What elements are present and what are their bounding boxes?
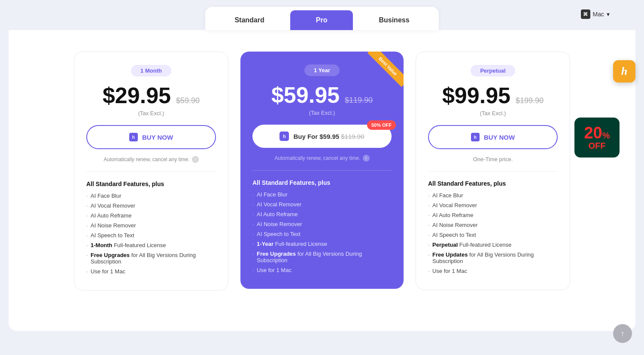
standard-buy-icon: h bbox=[129, 133, 138, 141]
honeycam-icon: h bbox=[621, 65, 627, 78]
business-feature-ai-speech: AI Speech to Text bbox=[428, 232, 558, 238]
standard-tax-note: (Tax Excl.) bbox=[86, 110, 216, 116]
main-content: 1 Month $29.95 $59.90 (Tax Excl.) h BUY … bbox=[9, 30, 635, 331]
discount-percent: 20 % bbox=[582, 125, 612, 141]
pro-feature-upgrades: Free Upgrades for All Big Versions Durin… bbox=[252, 251, 392, 263]
business-divider bbox=[428, 171, 558, 171]
discount-off: OFF bbox=[582, 141, 612, 151]
tab-business[interactable]: Business bbox=[353, 10, 435, 30]
honeycam-button[interactable]: h bbox=[613, 60, 635, 83]
standard-divider bbox=[86, 171, 216, 172]
standard-feature-upgrades: Free Upgrades for All Big Versions Durin… bbox=[86, 252, 216, 265]
standard-feature-ai-noise-remover: AI Noise Remover bbox=[86, 222, 216, 229]
standard-feature-mac: Use for 1 Mac bbox=[86, 268, 216, 275]
tab-bar: Standard Pro Business bbox=[205, 7, 438, 30]
pro-tax-note: (Tax Excl.) bbox=[252, 110, 392, 116]
pro-feature-ai-face-blur: AI Face Blur bbox=[252, 191, 392, 198]
business-one-time-note: One-Time price. bbox=[428, 156, 558, 162]
mac-label: Mac bbox=[593, 11, 604, 18]
mac-selector[interactable]: ⌘ Mac ▾ bbox=[581, 9, 610, 19]
business-feature-ai-auto-reframe: AI Auto Reframe bbox=[428, 212, 558, 218]
pro-info-icon[interactable]: i bbox=[363, 155, 370, 162]
business-discount-popup: 20 % OFF bbox=[574, 118, 620, 158]
business-tax-note: (Tax Excl.) bbox=[428, 110, 558, 116]
pro-feature-ai-auto-reframe: AI Auto Reframe bbox=[252, 211, 392, 217]
scroll-top-icon: ↑ bbox=[621, 329, 625, 338]
pro-feature-ai-noise-remover: AI Noise Remover bbox=[252, 221, 392, 227]
business-feature-upgrades: Free Updates for All Big Versions During… bbox=[428, 251, 558, 264]
tab-pro[interactable]: Pro bbox=[290, 10, 353, 30]
standard-info-icon[interactable]: i bbox=[192, 156, 199, 163]
pro-features-title: All Standard Features, plus bbox=[252, 179, 392, 186]
standard-feature-ai-auto-reframe: AI Auto Reframe bbox=[86, 212, 216, 219]
pro-feature-ai-vocal-remover: AI Vocal Remover bbox=[252, 201, 392, 208]
business-feature-ai-noise-remover: AI Noise Remover bbox=[428, 222, 558, 228]
pro-feature-license: 1-Year Full-featured License bbox=[252, 241, 392, 247]
pro-buy-label: Buy For $59.95 $119.90 bbox=[293, 133, 364, 140]
business-buy-button[interactable]: h BUY NOW bbox=[428, 125, 558, 149]
standard-card: 1 Month $29.95 $59.90 (Tax Excl.) h BUY … bbox=[74, 52, 228, 291]
business-buy-icon: h bbox=[471, 133, 480, 141]
best-value-ribbon bbox=[365, 52, 404, 90]
standard-features-title: All Standard Features, plus bbox=[86, 181, 216, 187]
standard-feature-ai-speech: AI Speech to Text bbox=[86, 232, 216, 239]
standard-feature-license: 1-Month Full-featured License bbox=[86, 242, 216, 248]
pro-auto-renew: Automatically renew, cancel any time. i bbox=[252, 155, 392, 162]
pro-price: $59.95 bbox=[271, 82, 340, 108]
top-nav: Standard Pro Business ⌘ Mac ▾ bbox=[0, 0, 644, 30]
business-card: Perpetual $99.95 $199.90 (Tax Excl.) h B… bbox=[416, 52, 570, 290]
business-feature-ai-vocal-remover: AI Vocal Remover bbox=[428, 202, 558, 208]
pro-buy-icon: h bbox=[279, 132, 289, 141]
business-feature-license: Perpetual Full-featured License bbox=[428, 242, 558, 248]
business-period-badge: Perpetual bbox=[471, 65, 515, 77]
pro-feature-mac: Use for 1 Mac bbox=[252, 267, 392, 273]
scroll-top-button[interactable]: ↑ bbox=[613, 324, 632, 343]
pro-buy-original: $119.90 bbox=[341, 133, 364, 140]
business-buy-label: BUY NOW bbox=[484, 134, 515, 141]
business-feature-mac: Use for 1 Mac bbox=[428, 268, 558, 274]
standard-buy-label: BUY NOW bbox=[142, 134, 173, 141]
standard-period-badge: 1 Month bbox=[131, 65, 171, 77]
standard-feature-ai-vocal-remover: AI Vocal Remover bbox=[86, 202, 216, 209]
business-feature-ai-face-blur: AI Face Blur bbox=[428, 192, 558, 199]
business-features-title: All Standard Features, plus bbox=[428, 180, 558, 187]
pro-period-badge: 1 Year bbox=[304, 64, 340, 76]
business-price: $99.95 bbox=[442, 83, 510, 108]
pricing-container: 1 Month $29.95 $59.90 (Tax Excl.) h BUY … bbox=[34, 47, 610, 291]
standard-price: $29.95 bbox=[103, 83, 171, 108]
standard-feature-ai-face-blur: AI Face Blur bbox=[86, 193, 216, 199]
pro-card: 1 Year $59.95 $119.90 (Tax Excl.) h Buy … bbox=[240, 52, 404, 289]
standard-auto-renew: Automatically renew, cancel any time. i bbox=[86, 156, 216, 163]
pro-divider bbox=[252, 170, 392, 171]
tab-standard[interactable]: Standard bbox=[209, 10, 290, 30]
pro-original-price: $119.90 bbox=[345, 96, 373, 105]
pro-buy-button[interactable]: h Buy For $59.95 $119.90 50% OFF bbox=[252, 125, 392, 148]
pro-discount-badge: 50% OFF bbox=[367, 120, 396, 130]
standard-original-price: $59.90 bbox=[176, 96, 200, 105]
pro-feature-ai-speech: AI Speech to Text bbox=[252, 231, 392, 237]
chevron-down-icon: ▾ bbox=[607, 11, 610, 18]
mac-icon: ⌘ bbox=[581, 9, 590, 19]
business-original-price: $199.90 bbox=[516, 96, 544, 105]
business-card-wrapper: Perpetual $99.95 $199.90 (Tax Excl.) h B… bbox=[416, 52, 570, 290]
standard-buy-button[interactable]: h BUY NOW bbox=[86, 125, 216, 149]
